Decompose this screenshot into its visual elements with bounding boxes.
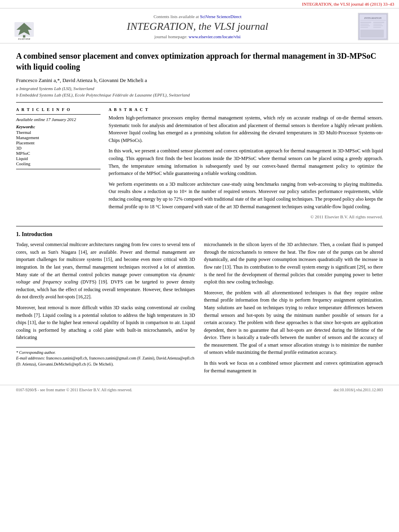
intro-right-text: microchannels in the silicon layers of t… [204,241,383,374]
section-divider [16,226,383,226]
elsevier-logo: ELSEVIER [8,12,40,41]
journal-thumbnail: INTEGRATION [358,13,388,40]
footnote-area: * Corresponding author. E-mail addresses… [16,347,195,368]
homepage-link[interactable]: www.elsevier.com/locate/vlsi [189,34,241,39]
journal-homepage: journal homepage: www.elsevier.com/locat… [48,34,347,39]
header-center: Contents lists available at SciVerse Sci… [40,14,355,39]
intro-right-para-3: In this work we focus on a combined sens… [204,359,383,374]
abstract-para-2: In this work, we present a combined sens… [109,147,383,177]
introduction-section: 1. Introduction Today, several commercia… [16,231,383,378]
abstract-column: A B S T R A C T Modern high-performance … [109,107,383,220]
content-area: A combined sensor placement and convex o… [0,43,399,385]
article-info-abstract: A R T I C L E I N F O Available online 1… [16,107,383,220]
keyword-cooling: Cooling [16,161,101,166]
keyword-mpsoc: MPSoC [16,151,101,156]
intro-left-col: Today, several commercial multicore arch… [16,241,195,378]
abstract-text: Modern high-performance processors emplo… [109,114,383,220]
sciverse-link[interactable]: SciVerse ScienceDirect [200,14,241,19]
svg-rect-14 [373,25,383,26]
header-left: ELSEVIER [8,12,40,41]
affiliation-a: a Integrated Systems Lab (LSI), Switzerl… [16,86,383,91]
intro-right-para-2: Moreover, the problem with all aforement… [204,289,383,356]
svg-rect-16 [360,30,383,37]
abstract-para-1: Modern high-performance processors emplo… [109,114,383,144]
intro-left-para-2: Moreover, heat removal is more difficult… [16,304,195,341]
svg-rect-15 [373,27,380,28]
svg-rect-12 [373,22,384,23]
svg-rect-8 [360,22,371,23]
article-info-box: Available online 17 January 2012 Keyword… [16,114,101,169]
intro-right-para-1: microchannels in the silicon layers of t… [204,241,383,286]
keyword-thermal: Thermal [16,130,101,135]
svg-rect-10 [360,25,370,26]
available-at-text: Contents lists available at SciVerse Sci… [48,14,347,19]
intro-left-para-1: Today, several commercial multicore arch… [16,241,195,301]
available-online: Available online 17 January 2012 [16,117,101,122]
keyword-liquid: Liquid [16,156,101,161]
keyword-3d: 3D [16,146,101,150]
keywords-label: Keywords: [16,124,101,129]
keyword-placement: Placement [16,140,101,145]
svg-rect-13 [373,24,381,25]
journal-citation: INTEGRATION, the VLSI journal 46 (2013) … [302,2,394,6]
journal-header: ELSEVIER Contents lists available at Sci… [0,8,399,43]
header-right: INTEGRATION [355,13,391,40]
intro-left-text: Today, several commercial multicore arch… [16,241,195,341]
elsevier-tree-icon: ELSEVIER [12,21,36,41]
authors: Francesco Zanini a,*, David Atienza b, G… [16,77,383,84]
svg-text:INTEGRATION: INTEGRATION [364,16,382,19]
journal-title: INTEGRATION, the VLSI journal [48,21,347,33]
intro-right-col: microchannels in the silicon layers of t… [204,241,383,378]
article-info-label: A R T I C L E I N F O [16,107,101,112]
email-label: E-mail addresses: [16,356,45,360]
authors-text: Francesco Zanini a,*, David Atienza b, G… [16,77,147,83]
divider [16,102,383,103]
intro-heading: 1. Introduction [16,231,383,238]
svg-rect-11 [360,27,368,28]
copyright: © 2011 Elsevier B.V. All rights reserved… [109,214,383,220]
doi-text: doi:10.1016/j.vlsi.2011.12.003 [333,388,383,392]
page: INTEGRATION, the VLSI journal 46 (2013) … [0,0,399,532]
intro-body: Today, several commercial multicore arch… [16,241,383,378]
keyword-management: Management [16,135,101,140]
bottom-bar: 0167-9260/$ - see front matter © 2011 El… [0,385,399,394]
affiliation-b: b Embedded Systems Lab (ESL), Ecole Poly… [16,92,383,97]
footnote-corresponding: * Corresponding author. [16,350,195,356]
abstract-para-3: We perform experiments on a 3D multicore… [109,181,383,210]
issn-text: 0167-9260/$ - see front matter © 2011 El… [16,388,132,392]
article-info-column: A R T I C L E I N F O Available online 1… [16,107,101,220]
footnote-email: E-mail addresses: francesco.zanini@epfl.… [16,355,195,367]
article-title: A combined sensor placement and convex o… [16,51,383,72]
top-bar: INTEGRATION, the VLSI journal 46 (2013) … [0,0,399,8]
abstract-label: A B S T R A C T [109,107,383,112]
svg-text:ELSEVIER: ELSEVIER [18,37,30,40]
svg-rect-9 [360,24,368,25]
